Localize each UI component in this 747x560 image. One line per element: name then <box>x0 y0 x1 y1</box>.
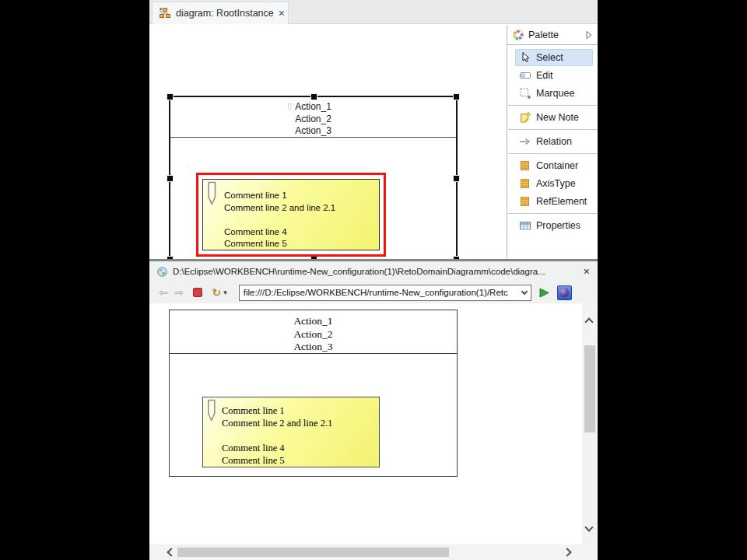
palette-item-label: Container <box>536 160 578 171</box>
edit-icon <box>519 69 531 82</box>
tab-title: diagram: RootInstance <box>176 8 274 19</box>
rendered-note-text-block: Comment line 1 Comment line 2 and line 2… <box>222 404 332 467</box>
container-action-list: Action_1 Action_2 Action_3 <box>170 101 456 138</box>
diagram-tree-icon <box>159 7 171 19</box>
palette-body: Select Edit Marquee <box>507 45 598 234</box>
palette-separator <box>508 213 597 214</box>
resize-handle-top-left[interactable] <box>167 93 174 100</box>
resize-handle-top-right[interactable] <box>453 93 460 100</box>
browser-title: D:\Eclipse\WORKBENCH\runtime-New_configu… <box>173 267 545 276</box>
action-label[interactable]: Action_2 <box>170 114 456 126</box>
scroll-down-icon[interactable] <box>584 523 593 531</box>
horizontal-scrollbar-thumb[interactable] <box>177 548 449 557</box>
browser-sphere-icon <box>559 288 569 297</box>
palette-item-container[interactable]: Container <box>515 157 593 174</box>
note-line: Comment line 5 <box>222 454 332 467</box>
editor-tab-bar: diagram: RootInstance × <box>149 0 598 24</box>
scroll-left-icon[interactable] <box>167 548 175 556</box>
rendered-action-label: Action_1 <box>170 315 457 328</box>
table-icon <box>519 219 531 232</box>
eclipse-workbench: diagram: RootInstance × Action_1 Action_… <box>149 0 598 560</box>
note-line <box>222 429 332 442</box>
note-text-block: Comment line 1 Comment line 2 and line 2… <box>224 190 335 250</box>
note-line: Comment line 1 <box>222 404 332 417</box>
palette-item-label: Edit <box>536 70 553 81</box>
striped-box-icon <box>519 159 531 172</box>
palette-item-label: RefElement <box>536 196 587 207</box>
diagram-canvas[interactable]: Action_1 Action_2 Action_3 Comment line … <box>149 25 507 259</box>
rendered-container-shape: Action_1 Action_2 Action_3 Comment line … <box>169 310 458 477</box>
marquee-icon <box>519 87 531 100</box>
palette-separator <box>508 129 597 130</box>
palette-icon <box>512 29 524 41</box>
browser-content[interactable]: Action_1 Action_2 Action_3 Comment line … <box>149 303 582 544</box>
url-dropdown-icon[interactable] <box>521 288 527 294</box>
rendered-action-list: Action_1 Action_2 Action_3 <box>170 315 457 354</box>
go-button[interactable] <box>538 287 550 299</box>
note-line: Comment line 1 <box>224 190 335 202</box>
new-note-icon <box>519 111 531 124</box>
palette-item-new-note[interactable]: New Note <box>515 109 593 126</box>
striped-box-icon <box>519 195 531 208</box>
globe-icon <box>157 267 167 277</box>
url-box <box>239 285 531 301</box>
back-icon[interactable]: ⇦ <box>159 287 168 298</box>
relation-arrow-icon <box>519 135 531 148</box>
note-line: Comment line 2 and line 2.1 <box>222 417 332 429</box>
rendered-action-label: Action_3 <box>170 341 457 354</box>
rendered-comment-note: Comment line 1 Comment line 2 and line 2… <box>202 397 380 467</box>
palette-item-label: New Note <box>536 112 579 123</box>
palette-item-label: Select <box>536 52 563 63</box>
palette-item-select[interactable]: Select <box>515 49 593 66</box>
vertical-scrollbar-thumb[interactable] <box>584 345 595 432</box>
note-line: Comment line 4 <box>222 442 332 454</box>
forward-icon[interactable]: ⇨ <box>175 287 184 298</box>
browser-toolbar: ⇦ ⇨ ↻ ▾ <box>149 282 598 303</box>
palette-item-relation[interactable]: Relation <box>515 133 593 150</box>
refresh-icon[interactable]: ↻ <box>212 287 221 298</box>
palette-separator <box>508 153 597 154</box>
note-pin-icon <box>206 399 217 423</box>
open-external-browser-button[interactable] <box>557 285 572 300</box>
refresh-dropdown-icon[interactable]: ▾ <box>223 289 227 296</box>
action-label[interactable]: Action_1 <box>170 101 456 114</box>
palette-collapse-icon[interactable] <box>585 30 593 40</box>
note-line <box>224 214 335 226</box>
palette-separator <box>508 105 597 106</box>
tab-close-icon[interactable]: × <box>279 8 285 19</box>
scroll-right-icon[interactable] <box>563 548 571 556</box>
palette: Palette Select Edit <box>507 25 598 259</box>
note-pin-icon <box>206 181 218 207</box>
vertical-scrollbar[interactable] <box>582 303 598 544</box>
resize-handle-mid-right[interactable] <box>453 175 460 182</box>
palette-item-edit[interactable]: Edit <box>515 67 593 84</box>
resize-handle-mid-left[interactable] <box>167 175 174 182</box>
palette-item-label: AxisType <box>536 178 576 189</box>
scroll-up-icon[interactable] <box>584 317 593 326</box>
cursor-icon <box>519 51 531 64</box>
browser-close-icon[interactable]: × <box>584 265 590 278</box>
stop-icon[interactable] <box>193 288 202 297</box>
resize-handle-top-center[interactable] <box>310 93 317 100</box>
browser-title-bar: D:\Eclipse\WORKBENCH\runtime-New_configu… <box>149 261 598 282</box>
palette-item-axistype[interactable]: AxisType <box>515 175 593 192</box>
url-input[interactable] <box>244 288 519 297</box>
palette-item-label: Relation <box>536 136 572 147</box>
note-line: Comment line 2 and line 2.1 <box>224 202 335 215</box>
palette-title: Palette <box>528 30 559 40</box>
tab-diagram-rootinstance[interactable]: diagram: RootInstance × <box>152 2 289 24</box>
palette-header[interactable]: Palette <box>507 25 598 45</box>
action-label[interactable]: Action_3 <box>170 125 456 138</box>
palette-item-properties[interactable]: Properties <box>515 217 593 234</box>
comment-note-shape[interactable]: Comment line 1 Comment line 2 and line 2… <box>202 179 380 250</box>
palette-item-refelement[interactable]: RefElement <box>515 193 593 210</box>
note-line: Comment line 5 <box>224 238 335 250</box>
note-selection-outline: Comment line 1 Comment line 2 and line 2… <box>196 173 386 257</box>
note-line: Comment line 4 <box>224 226 335 239</box>
palette-item-label: Properties <box>536 220 580 231</box>
rendered-action-label: Action_2 <box>170 328 457 341</box>
palette-item-label: Marquee <box>536 88 574 99</box>
striped-box-icon <box>519 177 531 190</box>
palette-item-marquee[interactable]: Marquee <box>515 85 593 102</box>
horizontal-scrollbar[interactable] <box>149 544 598 560</box>
